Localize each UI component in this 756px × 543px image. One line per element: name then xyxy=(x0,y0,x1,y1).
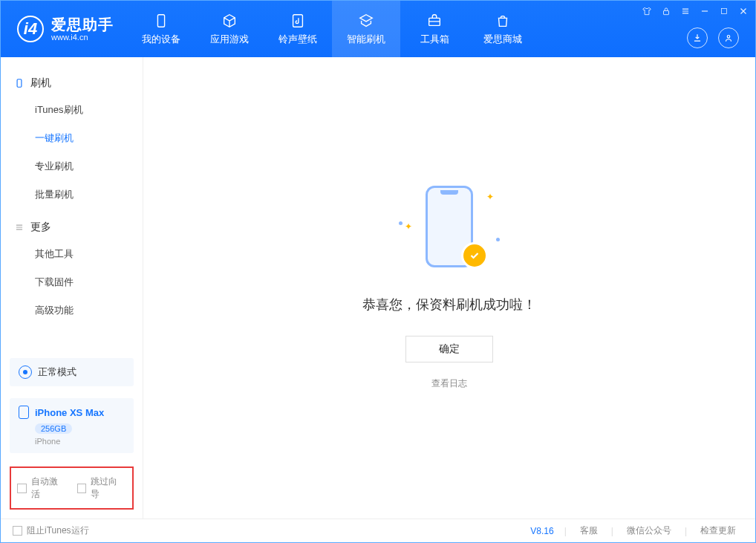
device-icon xyxy=(152,12,170,30)
phone-outline-icon xyxy=(14,78,25,88)
svg-rect-0 xyxy=(157,15,164,27)
decor-dot xyxy=(496,238,500,241)
nav-label: 爱思商城 xyxy=(483,33,522,46)
logo-area: i4 爱思助手 www.i4.cn xyxy=(1,1,127,57)
device-capacity: 256GB xyxy=(35,423,72,434)
success-illustration: ✦ ✦ xyxy=(397,186,501,275)
checkbox-icon xyxy=(17,484,27,493)
svg-point-3 xyxy=(727,36,730,39)
sidebar-header-flash: 刷机 xyxy=(1,71,143,96)
device-phone-icon xyxy=(19,406,29,419)
close-button[interactable] xyxy=(737,5,749,17)
nav-label: 智能刷机 xyxy=(347,33,385,46)
nav-label: 我的设备 xyxy=(142,33,180,46)
status-bar: 阻止iTunes运行 V8.16 | 客服 | 微信公众号 | 检查更新 xyxy=(1,518,755,542)
decor-dot xyxy=(399,221,403,225)
checkbox-label: 自动激活 xyxy=(31,475,67,501)
list-icon xyxy=(14,222,25,233)
lock-icon[interactable] xyxy=(660,5,672,17)
download-button[interactable] xyxy=(687,27,708,48)
checkbox-label: 跳过向导 xyxy=(91,475,126,501)
nav-my-device[interactable]: 我的设备 xyxy=(127,1,195,57)
sparkle-icon: ✦ xyxy=(405,221,412,232)
toolbox-icon xyxy=(426,12,443,30)
footer-link-support[interactable]: 客服 xyxy=(573,524,605,537)
nav-toolbox[interactable]: 工具箱 xyxy=(400,1,469,57)
app-header: i4 爱思助手 www.i4.cn 我的设备 应用游戏 铃声壁纸 智能刷机 工具… xyxy=(1,1,755,57)
maximize-button[interactable] xyxy=(718,5,730,17)
section-title: 刷机 xyxy=(30,77,51,90)
checkbox-label: 阻止iTunes运行 xyxy=(27,524,89,537)
nav-smart-flash[interactable]: 智能刷机 xyxy=(332,1,400,57)
checkbox-auto-activate[interactable]: 自动激活 xyxy=(17,475,67,501)
minimize-button[interactable] xyxy=(699,5,711,17)
nav-label: 工具箱 xyxy=(420,33,449,46)
sidebar-item-batch-flash[interactable]: 批量刷机 xyxy=(1,181,143,209)
section-title: 更多 xyxy=(30,221,51,234)
sidebar-section-flash: 刷机 iTunes刷机 一键刷机 专业刷机 批量刷机 xyxy=(1,71,143,209)
app-title: 爱思助手 xyxy=(51,16,114,33)
sidebar-item-other-tools[interactable]: 其他工具 xyxy=(1,240,143,268)
ok-button[interactable]: 确定 xyxy=(405,336,493,362)
menu-icon[interactable] xyxy=(680,5,691,17)
svg-rect-1 xyxy=(293,15,303,27)
nav-store[interactable]: 爱思商城 xyxy=(469,1,537,57)
sidebar-item-oneclick-flash[interactable]: 一键刷机 xyxy=(1,124,143,152)
device-name: iPhone XS Max xyxy=(35,407,104,418)
nav-apps-games[interactable]: 应用游戏 xyxy=(195,1,264,57)
music-icon xyxy=(289,12,307,30)
footer-link-update[interactable]: 检查更新 xyxy=(693,524,743,537)
device-card[interactable]: iPhone XS Max 256GB iPhone xyxy=(10,398,134,453)
sidebar: 刷机 iTunes刷机 一键刷机 专业刷机 批量刷机 更多 其他工具 下载固件 … xyxy=(1,57,143,518)
svg-rect-4 xyxy=(664,10,669,14)
sidebar-item-pro-flash[interactable]: 专业刷机 xyxy=(1,152,143,181)
check-badge-icon xyxy=(461,242,488,269)
cube-icon xyxy=(221,12,238,30)
logo-icon: i4 xyxy=(17,16,44,42)
nav-label: 应用游戏 xyxy=(210,33,249,46)
device-type: iPhone xyxy=(35,437,125,446)
svg-rect-5 xyxy=(722,9,727,14)
options-highlight-box: 自动激活 跳过向导 xyxy=(10,466,134,510)
refresh-icon xyxy=(357,12,375,30)
checkbox-skip-guide[interactable]: 跳过向导 xyxy=(77,475,127,501)
mode-label: 正常模式 xyxy=(38,365,76,379)
nav-label: 铃声壁纸 xyxy=(278,33,317,46)
sidebar-section-more: 更多 其他工具 下载固件 高级功能 xyxy=(1,215,143,325)
version-label: V8.16 xyxy=(530,526,558,536)
checkbox-block-itunes[interactable]: 阻止iTunes运行 xyxy=(13,524,89,537)
user-button[interactable] xyxy=(718,27,739,48)
app-subtitle: www.i4.cn xyxy=(51,33,114,42)
logo-text: 爱思助手 www.i4.cn xyxy=(51,16,114,42)
header-actions xyxy=(687,27,739,48)
checkbox-icon xyxy=(77,484,87,493)
sparkle-icon: ✦ xyxy=(486,192,494,202)
svg-rect-6 xyxy=(17,79,22,88)
mode-card[interactable]: 正常模式 xyxy=(10,358,134,386)
sidebar-item-download-firmware[interactable]: 下载固件 xyxy=(1,268,143,296)
view-log-link[interactable]: 查看日志 xyxy=(431,377,467,390)
app-body: 刷机 iTunes刷机 一键刷机 专业刷机 批量刷机 更多 其他工具 下载固件 … xyxy=(1,57,755,518)
sidebar-item-itunes-flash[interactable]: iTunes刷机 xyxy=(1,96,143,124)
main-nav: 我的设备 应用游戏 铃声壁纸 智能刷机 工具箱 爱思商城 xyxy=(127,1,537,57)
window-controls xyxy=(641,5,749,17)
sidebar-header-more: 更多 xyxy=(1,215,143,240)
bag-icon xyxy=(494,12,512,30)
tshirt-icon[interactable] xyxy=(641,5,653,17)
main-content: ✦ ✦ 恭喜您，保资料刷机成功啦！ 确定 查看日志 xyxy=(143,57,755,518)
mode-indicator-icon xyxy=(19,365,32,379)
checkbox-icon xyxy=(13,526,22,536)
nav-ringtone-wallpaper[interactable]: 铃声壁纸 xyxy=(264,1,332,57)
sidebar-item-advanced[interactable]: 高级功能 xyxy=(1,296,143,325)
footer-link-wechat[interactable]: 微信公众号 xyxy=(619,524,679,537)
success-message: 恭喜您，保资料刷机成功啦！ xyxy=(362,296,536,313)
